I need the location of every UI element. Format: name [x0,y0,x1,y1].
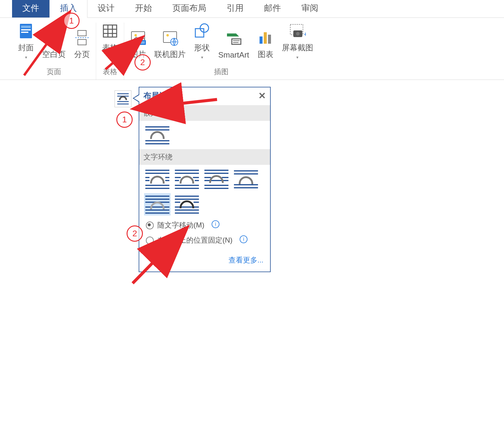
radio-move-with-text-label: 随文字移动(M) [157,220,204,230]
svg-rect-8 [103,25,117,37]
dropdown-icon: ▾ [296,55,298,60]
annotation-marker: 1 [116,112,133,128]
svg-rect-29 [268,35,271,44]
blank-page-button[interactable]: 空白页 [42,29,66,60]
svg-text:+: + [304,30,306,38]
wrap-behind-option[interactable] [145,194,169,214]
svg-rect-28 [264,32,267,44]
svg-rect-1 [21,26,31,28]
tab-layout[interactable]: 页面布局 [162,0,216,17]
online-picture-label: 联机图片 [154,49,186,60]
wrap-front-option[interactable] [175,194,199,214]
tab-mailings[interactable]: 邮件 [254,0,291,17]
svg-point-22 [200,24,209,32]
group-illustrations-label: 插图 [214,61,228,80]
svg-rect-3 [21,32,28,33]
close-icon[interactable]: ✕ [258,90,266,101]
group-illustrations: 图片 联机图片 形状 ▾ [124,23,319,80]
group-tables: 表格 ▾ 表格 [96,23,124,80]
ribbon-tabs: 文件 插入 设计 开始 页面布局 引用 邮件 审阅 [0,0,504,18]
svg-rect-2 [21,29,31,30]
tab-home[interactable]: 开始 [125,0,162,17]
table-icon [102,23,118,39]
wrap-tight-option[interactable] [175,169,199,189]
page-break-icon [74,29,90,46]
chart-icon [257,29,274,46]
ribbon-insert: 封面 ▾ 空白页 分页 页面 [0,18,504,80]
info-icon[interactable]: i [240,235,247,243]
svg-rect-24 [232,39,241,44]
tab-design[interactable]: 设计 [87,0,125,17]
section-inline: 嵌入型 [139,105,270,121]
tab-references[interactable]: 引用 [216,0,254,17]
svg-point-14 [134,34,137,36]
radio-fix-position[interactable]: 在页面上的位置固定(N) i [146,235,266,245]
svg-rect-4 [49,31,59,44]
dropdown-icon: ▾ [25,55,27,60]
shapes-icon [194,23,210,39]
page-break-button[interactable]: 分页 [74,29,90,60]
smartart-label: SmartArt [218,50,249,60]
tab-insert[interactable]: 插入 [49,0,87,18]
radio-icon [146,222,154,229]
blank-page-icon [46,29,62,46]
group-pages: 封面 ▾ 空白页 分页 页面 [12,23,96,80]
screenshot-label: 屏幕截图 [282,42,313,53]
wrap-topbottom-option[interactable] [234,169,258,189]
svg-rect-21 [195,29,204,37]
screenshot-icon: + [289,23,306,39]
page-break-label: 分页 [74,49,90,60]
chart-button[interactable]: 图表 [257,29,274,60]
tab-review[interactable]: 审阅 [291,0,329,17]
smartart-icon [225,30,242,47]
blank-page-label: 空白页 [42,49,66,60]
table-label: 表格 [102,42,118,53]
screenshot-button[interactable]: + 屏幕截图 ▾ [282,23,313,60]
table-button[interactable]: 表格 ▾ [102,23,118,60]
layout-options-launcher-icon[interactable] [115,90,131,107]
radio-move-with-text[interactable]: 随文字移动(M) i [146,220,266,230]
cover-page-label: 封面 [18,42,34,53]
cover-page-icon [17,23,34,39]
svg-marker-23 [227,33,239,36]
tab-file[interactable]: 文件 [12,0,49,17]
online-picture-button[interactable]: 联机图片 [154,29,186,60]
wrap-square-option[interactable] [145,169,169,189]
svg-rect-5 [78,30,86,36]
svg-rect-16 [140,41,145,44]
shapes-label: 形状 [194,42,210,53]
smartart-button[interactable]: SmartArt [218,30,249,60]
info-icon[interactable]: i [212,220,219,228]
svg-point-18 [166,34,169,36]
chart-label: 图表 [258,49,273,60]
dropdown-icon: ▾ [109,55,111,60]
radio-fix-position-label: 在页面上的位置固定(N) [157,235,232,245]
wrap-inline-option[interactable] [145,125,169,145]
dropdown-icon: ▾ [201,55,203,60]
svg-rect-27 [260,36,263,44]
picture-icon [130,29,146,46]
online-picture-icon [162,29,178,46]
layout-options-title: 布局选项 [143,90,175,101]
section-wrap: 文字环绕 [139,149,270,165]
layout-options-popup: 布局选项 ✕ 嵌入型 文字环绕 [139,87,271,272]
svg-rect-6 [78,39,86,45]
shapes-button[interactable]: 形状 ▾ [194,23,210,60]
svg-point-32 [296,32,300,36]
ms-word-window: 文件 插入 设计 开始 页面布局 引用 邮件 审阅 封面 ▾ [0,0,504,440]
picture-label: 图片 [130,49,146,60]
see-more-link[interactable]: 查看更多... [143,255,266,265]
group-pages-label: 页面 [47,61,61,80]
radio-icon [146,237,154,244]
wrap-through-option[interactable] [204,169,228,189]
cover-page-button[interactable]: 封面 ▾ [17,23,34,60]
group-tables-label: 表格 [103,61,117,80]
picture-button[interactable]: 图片 [130,29,146,60]
